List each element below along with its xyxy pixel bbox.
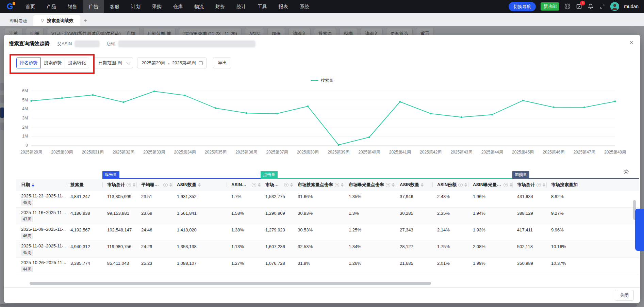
column-header-2[interactable]: 搜索量 [66,179,102,191]
metric-cell: 417,411 [512,224,546,241]
column-header-6[interactable]: ASIN份额? [227,179,261,191]
username-label[interactable]: mudan [624,4,639,9]
column-header-7[interactable]: 市场总计? [261,179,293,191]
metric-cell: 1.25% [344,224,395,241]
export-button[interactable]: 导出 [213,58,231,68]
app-logo[interactable]: G [0,0,20,13]
table-horizontal-scrollbar[interactable] [30,282,431,285]
new-feature-button[interactable]: 新功能 [541,2,559,11]
sort-icon[interactable] [341,183,344,187]
column-header-4[interactable]: 平均曝光数? [136,179,172,191]
sort-icon[interactable] [258,183,261,187]
sort-caret-up [464,183,467,184]
close-button[interactable]: 关闭 [615,290,634,301]
navbar-right: 切换导航 新功能 4 mudan [509,2,644,11]
metric-cell: 1,290,809 [261,208,293,224]
svg-text:2025第43周: 2025第43周 [450,150,472,155]
close-icon[interactable]: × [627,38,636,47]
page-horizontal-scrollbar[interactable] [0,304,637,307]
shop-redacted-value [119,41,255,47]
nav-item-11[interactable]: 统计 [231,0,252,13]
tab-realtime-dashboard[interactable]: 即时看板 [3,16,33,26]
svg-text:2025第37周: 2025第37周 [266,150,288,155]
column-header-11[interactable]: ASIN份额? [432,179,468,191]
metric-cell: 431,634 [512,191,546,207]
nav-item-3[interactable]: 销售 [62,0,83,13]
sort-icon[interactable] [198,183,201,187]
date-mode-select[interactable]: 日期范围-周 [94,58,133,68]
nav-item-1[interactable]: 首页 [20,0,41,13]
nav-item-6[interactable]: 计划 [125,0,146,13]
sort-icon[interactable] [543,183,545,187]
sort-caret-down [198,185,201,187]
nav-item-2[interactable]: 产品 [41,0,62,13]
nav-item-10[interactable]: 财务 [210,0,231,13]
sort-caret-down [421,185,424,187]
user-avatar[interactable] [610,2,619,11]
pause-circle-icon[interactable] [564,3,571,10]
column-header-13[interactable]: 市场总计? [512,179,546,191]
date-range-text: 2025-11-16~2025-11-... [21,210,64,215]
sort-icon[interactable] [464,183,467,187]
sort-icon[interactable] [32,183,34,187]
help-icon[interactable]: ? [163,183,168,187]
help-icon[interactable]: ? [386,183,390,187]
view-tab-search-trend[interactable]: 搜索趋势 [40,58,65,68]
sort-icon[interactable] [290,183,293,187]
nav-item-8[interactable]: 仓库 [167,0,188,13]
column-header-1[interactable]: 日期 [16,179,66,191]
help-icon[interactable]: ? [335,183,339,187]
metric-cell: 1.7% [227,191,261,207]
help-icon[interactable]: ? [536,183,541,187]
help-icon[interactable]: ? [503,183,508,187]
nav-item-4[interactable]: 广告 [83,0,104,13]
metric-cell: 28,127 [395,241,432,257]
legend-line-swatch [311,80,318,81]
column-header-14[interactable]: 市场搜索量加 [546,179,639,191]
help-icon[interactable]: ? [284,183,288,187]
date-range-picker[interactable]: 2025第29周 - 2025第48周 [137,58,207,68]
sort-icon[interactable] [169,183,172,187]
sort-icon[interactable] [510,183,512,187]
switch-navigation-button[interactable]: 切换导航 [509,2,536,11]
help-icon[interactable]: ? [252,183,256,187]
metric-cell: 30.53% [293,224,344,241]
nav-item-14[interactable]: 系统 [294,0,315,13]
help-icon[interactable]: ? [127,183,131,187]
nav-item-13[interactable]: 报表 [273,0,294,13]
column-header-3[interactable]: 市场总计? [102,179,136,191]
metric-group-2: 点击量 [261,171,512,179]
sort-icon[interactable] [392,183,395,187]
bell-icon[interactable] [587,3,594,10]
nav-item-9[interactable]: 物流 [188,0,210,13]
column-header-label: ASIN份额 [437,182,457,188]
tasks-icon[interactable]: 4 [576,3,582,10]
nav-item-12[interactable]: 工具 [252,0,273,13]
column-header-5[interactable]: ASIN数量 [172,179,227,191]
add-tab-button[interactable]: + [80,16,90,26]
column-header-label: ASIN曝光量点... [473,182,502,188]
chart-legend[interactable]: 搜索量 [4,78,640,83]
sort-caret-down [392,185,395,187]
nav-item-5[interactable]: 客服 [104,0,125,13]
view-tab-rank-trend[interactable]: 排名趋势 [16,58,41,68]
column-header-8[interactable]: 市场搜索量点击率? [293,179,344,191]
column-divider [172,182,172,187]
column-header-10[interactable]: ASIN数量 [395,179,432,191]
sort-icon[interactable] [133,183,135,187]
nav-item-7[interactable]: 采购 [146,0,167,13]
column-header-12[interactable]: ASIN曝光量点...? [468,179,512,191]
tab-search-query-performance[interactable]: 搜索查询绩效 [33,15,80,26]
sort-caret-down [258,185,261,187]
view-tab-search-conversion[interactable]: 搜索转化 [65,58,89,68]
metric-cell: 1.58% [227,208,261,224]
metric-cell: 37,946 [395,191,432,207]
metric-group-3: 加购量 [512,171,639,179]
sort-icon[interactable] [421,183,424,187]
metric-cell: 23.68 [136,208,172,224]
floating-side-widget[interactable] [635,209,644,251]
fullscreen-icon[interactable] [599,3,606,10]
help-icon[interactable]: ? [458,183,463,187]
column-header-9[interactable]: 市场曝光量点击率? [344,179,395,191]
metric-cell: 350,989 [512,258,546,274]
